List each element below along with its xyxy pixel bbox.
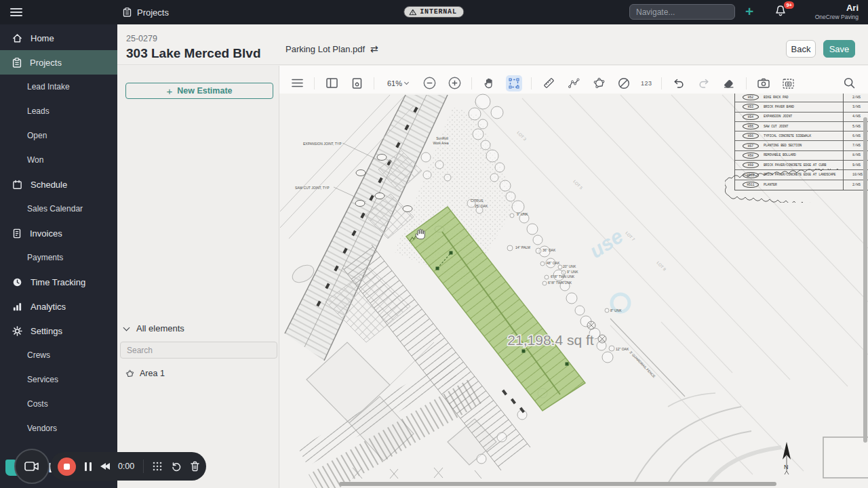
count-tool-button[interactable]: 123	[641, 80, 652, 87]
toolbar-divider	[471, 77, 472, 89]
sidebar-item-crews[interactable]: Crews	[0, 343, 117, 367]
search-icon	[844, 77, 855, 89]
region-capture-button[interactable]	[781, 75, 797, 92]
internal-badge: INTERNAL	[403, 6, 464, 18]
elements-search-input[interactable]	[121, 342, 277, 358]
sidebar-nav: Home Projects Lead Intake Leads Open Won…	[0, 24, 117, 488]
sidebar-item-open[interactable]: Open	[0, 123, 117, 148]
sidebar-item-won[interactable]: Won	[0, 148, 117, 172]
sidebar-item-payments[interactable]: Payments	[0, 245, 117, 270]
plan-legend-table: HS2BIKE RACK PAD2/HS HS3BRICK PAVER BAND…	[734, 94, 868, 190]
stop-recording-button[interactable]	[58, 458, 76, 476]
swap-file-icon[interactable]: ⇄	[370, 43, 378, 54]
horizontal-scrollbar[interactable]	[339, 482, 776, 486]
svg-text:6"/8" TWN UNK: 6"/8" TWN UNK	[548, 281, 572, 285]
sidebar-item-vendors[interactable]: Vendors	[0, 416, 117, 441]
side-panel-toggle-button[interactable]	[323, 75, 340, 92]
legend-row: HS7PLANTING BED SECTION7/HS	[735, 141, 868, 150]
new-estimate-button[interactable]: + New Estimate	[125, 83, 273, 99]
svg-text:EXPANSION JOINT, TYP: EXPANSION JOINT, TYP	[303, 142, 342, 146]
legend-row: HS6TYPICAL CONCRETE SIDEWALK6/HS	[735, 131, 868, 141]
exclude-tool-button[interactable]	[616, 75, 632, 92]
element-item-area1[interactable]: Area 1	[125, 369, 165, 378]
save-button[interactable]: Save	[823, 40, 855, 58]
back-button[interactable]: Back	[786, 40, 816, 58]
marquee-select-tool-button[interactable]	[506, 75, 522, 92]
zoom-in-button[interactable]	[446, 75, 462, 92]
project-code: 25-0279	[126, 34, 157, 43]
sidebar-item-label: Analytics	[31, 302, 66, 312]
element-item-label: Area 1	[140, 369, 165, 378]
user-menu[interactable]: Ari OneCrew Paving	[815, 3, 859, 20]
recorder-tools-button[interactable]	[152, 461, 163, 472]
ruler-tool-button[interactable]	[540, 75, 557, 92]
sidebar-item-sales-calendar[interactable]: Sales Calendar	[0, 197, 117, 221]
ruler-icon	[543, 77, 555, 89]
pdf-canvas[interactable]: use	[279, 94, 868, 488]
legend-row: HS10BRICK PAVER/CONCRETE EDGE AT LANDSCA…	[735, 170, 868, 180]
sidebar-item-analytics[interactable]: Analytics	[0, 294, 117, 319]
add-button[interactable]: +	[745, 3, 753, 20]
sidebar-item-projects[interactable]: Projects	[0, 50, 117, 75]
legend-row: HS2BIKE RACK PAD2/HS	[735, 94, 868, 102]
user-company: OneCrew Paving	[815, 14, 859, 20]
camera-region-icon	[783, 78, 794, 89]
viewer-search-button[interactable]	[841, 75, 857, 92]
user-name: Ari	[815, 3, 859, 13]
polygon-tool-button[interactable]	[591, 75, 607, 92]
breadcrumb-label: Projects	[137, 7, 169, 18]
svg-text:48" OAK: 48" OAK	[547, 261, 560, 265]
sidebar-item-label: Services	[27, 375, 58, 384]
sidebar-item-services[interactable]: Services	[0, 367, 117, 392]
legend-row: HS9BRICK PAVER/CONCRETE EDGE AT CURB9/HS	[735, 161, 868, 170]
sidebar-item-schedule[interactable]: Schedule	[0, 172, 117, 197]
snapshot-button[interactable]	[755, 75, 772, 92]
page-settings-button[interactable]	[349, 75, 365, 92]
hand-icon	[484, 77, 494, 89]
recorder-camera-button[interactable]	[14, 449, 50, 484]
svg-text:SunRoll: SunRoll	[436, 136, 448, 140]
hamburger-menu-icon[interactable]	[10, 8, 22, 16]
sidebar-item-label: Open	[27, 131, 47, 140]
pause-recording-button[interactable]	[85, 462, 92, 471]
navigate-input[interactable]	[630, 7, 745, 17]
notifications-button[interactable]: 9+	[774, 4, 790, 20]
toolbar-divider	[661, 77, 662, 89]
toolbar-divider	[531, 77, 532, 89]
navigate-search	[629, 4, 735, 20]
eraser-button[interactable]	[721, 75, 737, 92]
page-header: 25-0279 303 Lake Merced Blvd Parking Lot…	[117, 24, 868, 65]
all-elements-toggle[interactable]: All elements	[124, 323, 184, 333]
polyline-tool-button[interactable]	[566, 75, 582, 92]
sidebar-item-costs[interactable]: Costs	[0, 392, 117, 416]
redo-button[interactable]	[696, 75, 712, 92]
sidebar-item-label: Projects	[30, 58, 62, 68]
undo-button[interactable]	[671, 75, 687, 92]
rewind-button[interactable]	[100, 463, 110, 470]
sidebar-item-home[interactable]: Home	[0, 26, 117, 50]
sidebar-item-settings[interactable]: Settings	[0, 319, 117, 343]
pan-tool-button[interactable]	[481, 75, 497, 92]
marquee-selection-icon	[509, 78, 519, 89]
sidebar-item-invoices[interactable]: Invoices	[0, 221, 117, 245]
recording-timer: 0:00	[118, 462, 134, 471]
sidebar-item-leads[interactable]: Leads	[0, 99, 117, 123]
zoom-level-dropdown[interactable]: 61%	[383, 77, 412, 89]
polyline-icon	[568, 78, 580, 88]
discard-recording-button[interactable]	[190, 461, 200, 472]
polygon-icon	[593, 77, 605, 89]
chevron-down-icon	[123, 324, 130, 331]
plus-circle-icon	[448, 77, 461, 89]
internal-badge-label: INTERNAL	[420, 8, 456, 16]
legend-row: HS4EXPANSION JOINT4/HS	[735, 113, 868, 122]
vertical-scrollbar[interactable]	[863, 117, 867, 443]
plus-icon: +	[166, 85, 172, 97]
sidebar-item-time-tracking[interactable]: Time Tracking	[0, 270, 117, 294]
breadcrumb[interactable]: Projects	[123, 7, 169, 18]
sidebar-item-label: Costs	[27, 399, 48, 409]
sidebar-item-lead-intake[interactable]: Lead Intake	[0, 75, 117, 99]
zoom-out-button[interactable]	[421, 75, 437, 92]
viewer-menu-button[interactable]	[289, 75, 305, 92]
svg-text:14" PALM: 14" PALM	[515, 245, 530, 249]
restart-recording-button[interactable]	[171, 461, 182, 472]
